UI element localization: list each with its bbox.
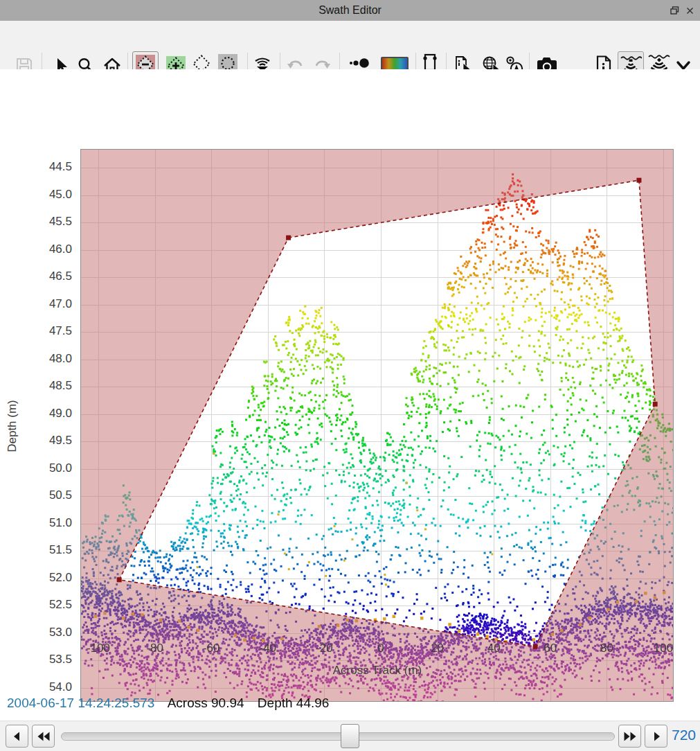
y-tick-label: 50.0	[24, 461, 72, 475]
ping-slider-track[interactable]	[61, 732, 615, 741]
ping-navigation-bar: 720	[0, 721, 700, 751]
depth-label: Depth	[258, 696, 293, 710]
x-tick-label: -20	[303, 642, 345, 655]
swath-editor-window: Swath Editor	[0, 0, 700, 751]
step-forward-icon	[650, 730, 663, 743]
y-tick-label: 51.0	[24, 516, 72, 530]
y-tick-label: 44.5	[24, 160, 72, 174]
x-axis-title: Across Track (m)	[263, 664, 492, 678]
y-tick-label: 45.0	[24, 188, 72, 202]
fast-forward-icon	[622, 730, 638, 743]
depth-value: 44.96	[296, 696, 330, 710]
y-tick-label: 49.0	[24, 407, 72, 421]
ping-number: 720	[672, 727, 696, 743]
y-tick-label: 47.5	[24, 324, 72, 338]
x-tick-label: 20	[417, 642, 458, 655]
float-window-icon[interactable]	[668, 5, 681, 16]
fast-back-button[interactable]	[32, 725, 55, 748]
close-icon[interactable]	[683, 5, 696, 16]
y-axis-title: Depth (m)	[6, 371, 19, 481]
fast-forward-button[interactable]	[618, 725, 641, 748]
y-tick-label: 52.0	[24, 571, 72, 585]
x-tick-label: 0	[360, 642, 402, 655]
x-tick-label: -80	[134, 642, 176, 655]
y-tick-label: 54.0	[24, 680, 72, 694]
previous-ping-button[interactable]	[6, 725, 28, 748]
x-tick-label: 100	[643, 642, 684, 655]
y-tick-label: 47.0	[24, 297, 72, 311]
ping-slider-handle[interactable]	[341, 724, 359, 748]
y-tick-label: 52.5	[24, 598, 72, 612]
y-tick-label: 45.5	[24, 215, 72, 229]
x-tick-label: 60	[530, 642, 571, 655]
across-value: 90.94	[211, 696, 244, 710]
title-bar[interactable]: Swath Editor	[0, 0, 700, 21]
toolbar	[0, 21, 700, 69]
y-tick-label: 48.5	[24, 379, 72, 393]
ping-timestamp: 2004-06-17 14:24:25.573	[7, 696, 154, 710]
swath-canvas[interactable]	[80, 149, 674, 702]
across-label: Across	[168, 696, 208, 710]
window-title: Swath Editor	[318, 4, 382, 17]
next-ping-button[interactable]	[645, 725, 667, 748]
x-tick-label: -100	[78, 642, 119, 655]
x-tick-label: 40	[473, 642, 514, 655]
status-line: 2004-06-17 14:24:25.573 Across 90.94 Dep…	[7, 696, 329, 711]
x-tick-label: -40	[247, 642, 289, 655]
y-tick-label: 48.0	[24, 352, 72, 366]
y-tick-label: 46.5	[24, 270, 72, 283]
fast-back-icon	[36, 730, 51, 743]
y-tick-label: 49.5	[24, 434, 72, 448]
y-tick-label: 50.5	[24, 488, 72, 502]
y-tick-label: 53.5	[24, 653, 72, 666]
x-tick-label: -60	[190, 642, 232, 655]
y-tick-label: 46.0	[24, 242, 72, 256]
x-tick-label: 80	[586, 642, 627, 655]
y-tick-label: 53.0	[24, 626, 72, 639]
step-back-icon	[11, 730, 24, 743]
swath-plot-area: 44.545.045.546.046.547.047.548.048.549.0…	[0, 69, 700, 693]
y-tick-label: 51.5	[24, 543, 72, 557]
